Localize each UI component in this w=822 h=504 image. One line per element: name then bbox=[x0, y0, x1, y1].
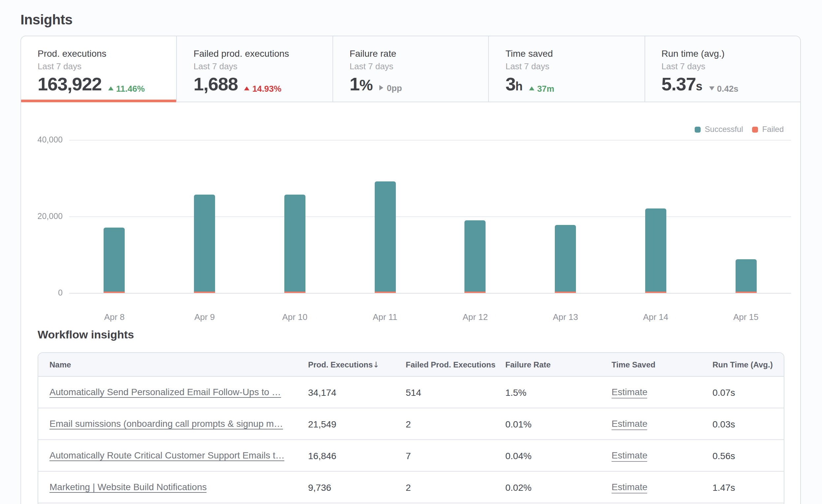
trend-up-icon bbox=[245, 86, 250, 90]
metric-card-period: Last 7 days bbox=[661, 61, 791, 71]
metric-card-value: 1,688 bbox=[193, 77, 238, 92]
time-saved-cell: Estimate bbox=[600, 418, 701, 430]
bar-segment-successful bbox=[194, 194, 215, 292]
failure-rate-cell: 0.04% bbox=[494, 450, 600, 461]
metric-card-unit: h bbox=[515, 80, 522, 93]
metric-card-label: Prod. executions bbox=[38, 48, 167, 59]
estimate-link[interactable]: Estimate bbox=[611, 481, 648, 493]
workflow-name-link[interactable]: Automatically Send Personalized Email Fo… bbox=[49, 387, 281, 398]
metric-card-value: 1% bbox=[350, 77, 373, 92]
metric-card-failed-prod-executions[interactable]: Failed prod. executionsLast 7 days1,6881… bbox=[177, 36, 333, 102]
chart-x-axis-line bbox=[69, 293, 791, 294]
bar-segment-failed bbox=[194, 292, 215, 293]
metric-card-period: Last 7 days bbox=[193, 61, 323, 71]
metric-card-label: Failed prod. executions bbox=[193, 48, 323, 59]
metric-cards-row: Prod. executionsLast 7 days163,92211.46%… bbox=[21, 36, 800, 102]
metric-card-unit: % bbox=[360, 76, 373, 94]
estimate-link[interactable]: Estimate bbox=[611, 386, 648, 398]
failed-prod-executions-cell: 7 bbox=[395, 450, 494, 461]
executions-bar-chart: SuccessfulFailed020,00040,000Apr 8Apr 9A… bbox=[21, 102, 800, 327]
bar-segment-failed bbox=[645, 292, 666, 293]
failure-rate-cell: 0.02% bbox=[494, 482, 600, 492]
metric-card-run-time-avg[interactable]: Run time (avg.)Last 7 days5.37s0.42s bbox=[645, 36, 800, 102]
metric-card-delta: 37m bbox=[537, 83, 554, 93]
metric-card-value-row: 163,92211.46% bbox=[38, 77, 167, 93]
workflow-insights-title: Workflow insights bbox=[38, 329, 800, 341]
metric-card-time-saved[interactable]: Time savedLast 7 days3h37m bbox=[489, 36, 645, 102]
metric-card-period: Last 7 days bbox=[38, 61, 167, 71]
metric-card-trend: 0pp bbox=[380, 83, 402, 93]
metric-card-period: Last 7 days bbox=[505, 61, 635, 71]
page-title: Insights bbox=[20, 11, 73, 28]
bar-segment-failed bbox=[284, 292, 306, 293]
bar-slot-apr-10 bbox=[250, 194, 340, 293]
run-time-cell: 1.47s bbox=[701, 482, 784, 492]
workflow-row: Marketing | Website Build Notifications9… bbox=[38, 472, 784, 503]
workflow-row: Email sumissions (onboarding call prompt… bbox=[38, 408, 784, 440]
bar-segment-successful bbox=[555, 225, 576, 292]
metric-card-delta: 14.93% bbox=[252, 83, 281, 93]
column-header-failed-prod-executions[interactable]: Failed Prod. Executions bbox=[395, 360, 494, 369]
column-header-label: Failed Prod. Executions bbox=[406, 360, 495, 369]
x-axis-tick-label: Apr 13 bbox=[520, 312, 611, 322]
trend-up-icon bbox=[108, 86, 113, 90]
workflow-name-cell: Email sumissions (onboarding call prompt… bbox=[38, 418, 297, 430]
run-time-cell: 0.03s bbox=[701, 419, 784, 429]
trend-flat-icon bbox=[380, 85, 384, 90]
metric-card-prod-executions[interactable]: Prod. executionsLast 7 days163,92211.46% bbox=[21, 36, 177, 102]
workflow-name-cell: Marketing | Website Build Notifications bbox=[38, 482, 297, 493]
bar-apr-15 bbox=[735, 259, 756, 293]
column-header-label: Failure Rate bbox=[505, 360, 550, 369]
bar-segment-successful bbox=[465, 220, 486, 292]
workflow-name-cell: Automatically Route Critical Customer Su… bbox=[38, 450, 297, 461]
table-header-row: NameProd. Executions↓Failed Prod. Execut… bbox=[38, 353, 784, 377]
x-axis-tick-label: Apr 11 bbox=[340, 312, 430, 322]
chart-bars bbox=[69, 102, 791, 293]
failure-rate-cell: 1.5% bbox=[494, 387, 600, 398]
column-header-prod-executions[interactable]: Prod. Executions↓ bbox=[297, 360, 395, 369]
trend-up-icon bbox=[529, 86, 534, 90]
workflow-name-link[interactable]: Automatically Route Critical Customer Su… bbox=[49, 451, 285, 461]
workflow-name-link[interactable]: Email sumissions (onboarding call prompt… bbox=[49, 419, 283, 430]
prod-executions-cell: 34,174 bbox=[297, 387, 395, 398]
estimate-link[interactable]: Estimate bbox=[611, 450, 648, 461]
table-body: Automatically Send Personalized Email Fo… bbox=[38, 377, 784, 503]
metric-card-value-row: 5.37s0.42s bbox=[661, 77, 791, 94]
y-axis-tick-label: 40,000 bbox=[21, 135, 63, 144]
column-header-run-time-avg[interactable]: Run Time (Avg.) bbox=[701, 360, 784, 369]
failed-prod-executions-cell: 2 bbox=[395, 482, 494, 492]
metric-card-value: 163,922 bbox=[38, 77, 102, 92]
column-header-name[interactable]: Name bbox=[38, 360, 297, 369]
workflow-name-link[interactable]: Marketing | Website Build Notifications bbox=[49, 482, 207, 493]
y-axis-tick-label: 20,000 bbox=[21, 212, 63, 221]
column-header-time-saved[interactable]: Time Saved bbox=[600, 360, 701, 369]
column-header-label: Run Time (Avg.) bbox=[713, 360, 773, 369]
bar-apr-9 bbox=[194, 194, 215, 293]
metric-card-delta: 0pp bbox=[387, 83, 402, 93]
bar-apr-8 bbox=[104, 227, 125, 293]
metric-card-delta: 11.46% bbox=[116, 83, 145, 93]
metric-card-label: Time saved bbox=[505, 48, 635, 59]
time-saved-cell: Estimate bbox=[600, 450, 701, 462]
y-axis-tick-label: 0 bbox=[21, 288, 63, 298]
insights-page: Insights Prod. executionsLast 7 days163,… bbox=[0, 0, 822, 504]
metric-card-value: 5.37s bbox=[661, 77, 702, 94]
column-header-failure-rate[interactable]: Failure Rate bbox=[494, 360, 600, 369]
bar-slot-apr-15 bbox=[701, 259, 791, 293]
x-axis-tick-label: Apr 8 bbox=[69, 312, 160, 322]
bar-slot-apr-9 bbox=[160, 194, 250, 293]
column-header-label: Name bbox=[49, 360, 71, 369]
metric-card-failure-rate[interactable]: Failure rateLast 7 days1%0pp bbox=[333, 36, 489, 102]
x-axis-tick-label: Apr 14 bbox=[610, 312, 701, 322]
bar-segment-failed bbox=[735, 292, 756, 293]
trend-down-icon bbox=[709, 86, 715, 90]
bar-segment-successful bbox=[104, 227, 125, 292]
estimate-link[interactable]: Estimate bbox=[611, 418, 648, 430]
bar-slot-apr-14 bbox=[610, 208, 701, 293]
metric-card-value: 3h bbox=[505, 77, 522, 94]
failed-prod-executions-cell: 2 bbox=[395, 419, 494, 429]
metric-card-label: Run time (avg.) bbox=[661, 48, 791, 59]
bar-segment-failed bbox=[465, 292, 486, 293]
x-axis-tick-label: Apr 10 bbox=[250, 312, 340, 322]
bar-apr-12 bbox=[465, 220, 486, 293]
